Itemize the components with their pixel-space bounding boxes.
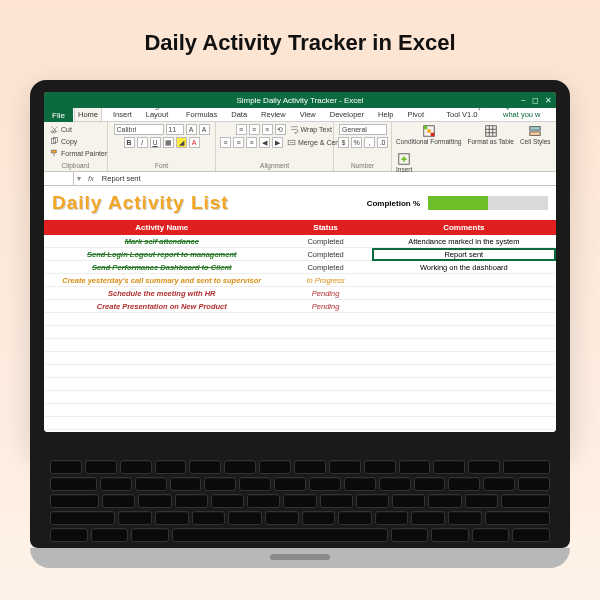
increase-font-button[interactable]: A	[186, 124, 197, 135]
header-activity: Activity Name	[44, 223, 280, 232]
activity-cell[interactable]: Schedule the meeting with HR	[44, 289, 280, 298]
activity-cell[interactable]: Create yesterday's call summary and sent…	[44, 276, 280, 285]
decrease-indent-button[interactable]: ◀	[259, 137, 270, 148]
tab-help[interactable]: Help	[375, 108, 396, 121]
tab-formulas[interactable]: Formulas	[183, 108, 220, 121]
activity-cell[interactable]: Mark self attendance	[44, 237, 280, 246]
file-menu[interactable]: File	[44, 108, 73, 122]
ribbon-tabs: Home Insert Page Layout Formulas Data Re…	[44, 108, 556, 122]
activity-cell[interactable]: Send Performance Dashboard to Client	[44, 263, 280, 272]
font-size-select[interactable]: 11	[166, 124, 184, 135]
status-cell[interactable]: Completed	[280, 263, 372, 272]
tab-home[interactable]: Home	[74, 107, 102, 121]
table-row[interactable]: Create yesterday's call summary and sent…	[44, 274, 556, 287]
laptop-base	[30, 548, 570, 568]
svg-rect-4	[52, 150, 57, 153]
header-comments: Comments	[372, 223, 556, 232]
formula-value[interactable]: Report sent	[98, 174, 145, 183]
worksheet[interactable]: Daily Activity List Completion % 50% Act…	[44, 186, 556, 432]
cut-label: Cut	[61, 126, 72, 133]
format-painter-label: Format Painter	[61, 150, 107, 157]
table-header-row: Activity Name Status Comments	[44, 220, 556, 235]
minimize-icon[interactable]: −	[521, 96, 526, 105]
format-as-table-button[interactable]: Format as Table	[467, 124, 513, 146]
table-row[interactable]: Send Performance Dashboard to ClientComp…	[44, 261, 556, 274]
italic-button[interactable]: I	[137, 137, 148, 148]
window-controls: − ◻ ✕	[521, 96, 552, 105]
ribbon: Cut Copy Format Painter Clipboard Calibr…	[44, 122, 556, 172]
status-cell[interactable]: Pending	[280, 302, 372, 311]
currency-button[interactable]: $	[338, 137, 349, 148]
conditional-formatting-button[interactable]: Conditional Formatting	[396, 124, 461, 146]
sheet-title: Daily Activity List	[44, 186, 229, 220]
close-icon[interactable]: ✕	[545, 96, 552, 105]
table-row[interactable]: Schedule the meeting with HRPending	[44, 287, 556, 300]
svg-rect-12	[530, 132, 541, 136]
comment-cell[interactable]: Report sent	[372, 248, 556, 261]
status-cell[interactable]: In Progress	[280, 276, 372, 285]
number-format-select[interactable]: General	[339, 124, 387, 135]
percent-button[interactable]: %	[351, 137, 362, 148]
align-center-button[interactable]: ≡	[233, 137, 244, 148]
tab-insert[interactable]: Insert	[110, 108, 135, 121]
align-left-button[interactable]: ≡	[220, 137, 231, 148]
status-cell[interactable]: Pending	[280, 289, 372, 298]
activity-cell[interactable]: Send Login Logout report to management	[44, 250, 280, 259]
table-row[interactable]: Send Login Logout report to managementCo…	[44, 248, 556, 261]
name-box-dropdown-icon[interactable]: ▾	[74, 174, 84, 183]
table-body: Mark self attendanceCompletedAttendance …	[44, 235, 556, 313]
tab-view[interactable]: View	[297, 108, 319, 121]
underline-button[interactable]: U	[150, 137, 161, 148]
title-bar: Simple Daily Activity Tracker - Excel − …	[44, 92, 556, 108]
table-row[interactable]: Create Presentation on New ProductPendin…	[44, 300, 556, 313]
status-cell[interactable]: Completed	[280, 250, 372, 259]
status-cell[interactable]: Completed	[280, 237, 372, 246]
cond-format-label: Conditional Formatting	[396, 139, 461, 146]
format-table-label: Format as Table	[467, 139, 513, 146]
align-top-button[interactable]: ≡	[236, 124, 247, 135]
cell-styles-button[interactable]: Cell Styles	[520, 124, 551, 146]
tab-review[interactable]: Review	[258, 108, 289, 121]
align-right-button[interactable]: ≡	[246, 137, 257, 148]
font-color-button[interactable]: A	[189, 137, 200, 148]
tab-developer[interactable]: Developer	[327, 108, 367, 121]
align-bottom-button[interactable]: ≡	[262, 124, 273, 135]
clipboard-group-label: Clipboard	[48, 162, 103, 169]
completion-bar: 50%	[428, 196, 548, 210]
copy-label: Copy	[61, 138, 77, 145]
cut-button[interactable]: Cut	[48, 124, 74, 135]
increase-decimal-button[interactable]: .0	[377, 137, 388, 148]
wrap-text-button[interactable]: Wrap Text	[288, 124, 334, 135]
table-row[interactable]: Mark self attendanceCompletedAttendance …	[44, 235, 556, 248]
comment-cell[interactable]: Working on the dashboard	[372, 263, 556, 272]
window-title: Simple Daily Activity Tracker - Excel	[236, 96, 363, 105]
border-button[interactable]: ▦	[163, 137, 174, 148]
orientation-button[interactable]: ⟲	[275, 124, 286, 135]
font-name-select[interactable]: Calibri	[114, 124, 164, 135]
formula-bar: ▾ fx Report sent	[44, 172, 556, 186]
increase-indent-button[interactable]: ▶	[272, 137, 283, 148]
cell-styles-label: Cell Styles	[520, 139, 551, 146]
name-box[interactable]	[44, 172, 74, 185]
align-middle-button[interactable]: ≡	[249, 124, 260, 135]
fill-color-button[interactable]: ◢	[176, 137, 187, 148]
comment-cell[interactable]: Attendance marked in the system	[372, 237, 556, 246]
laptop-keyboard	[30, 450, 570, 548]
decrease-font-button[interactable]: A	[199, 124, 210, 135]
comma-button[interactable]: ,	[364, 137, 375, 148]
fx-icon[interactable]: fx	[84, 174, 98, 183]
completion-bar-fill	[428, 196, 488, 210]
svg-point-0	[51, 131, 53, 133]
bold-button[interactable]: B	[124, 137, 135, 148]
insert-cells-button[interactable]: Insert	[396, 152, 412, 174]
svg-rect-9	[430, 133, 434, 137]
excel-window: Simple Daily Activity Tracker - Excel − …	[44, 92, 556, 432]
tab-data[interactable]: Data	[228, 108, 250, 121]
format-painter-button[interactable]: Format Painter	[48, 148, 109, 159]
copy-button[interactable]: Copy	[48, 136, 79, 147]
svg-rect-10	[485, 126, 496, 137]
maximize-icon[interactable]: ◻	[532, 96, 539, 105]
svg-rect-7	[423, 126, 427, 130]
activity-cell[interactable]: Create Presentation on New Product	[44, 302, 280, 311]
header-status: Status	[280, 223, 372, 232]
